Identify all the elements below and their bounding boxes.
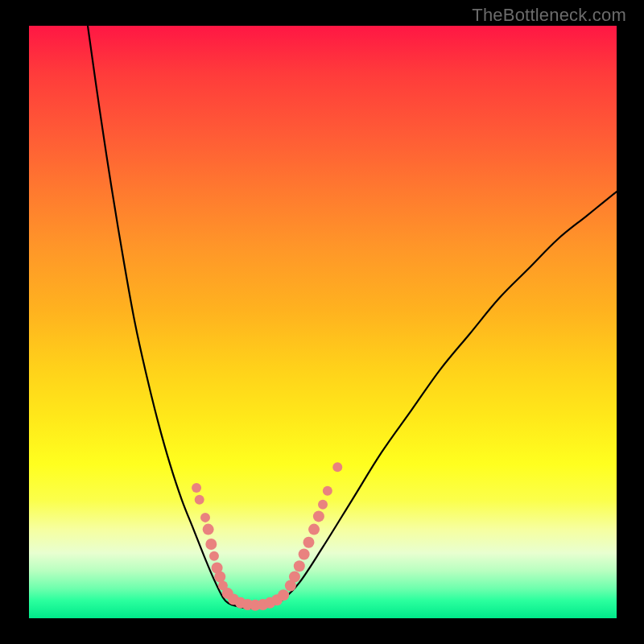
bottleneck-curve bbox=[88, 26, 617, 609]
curve-marker bbox=[205, 539, 217, 550]
curve-marker bbox=[195, 495, 204, 505]
curve-marker bbox=[192, 483, 201, 493]
curve-marker bbox=[323, 486, 332, 496]
curve-marker bbox=[308, 524, 320, 535]
curve-marker bbox=[214, 571, 225, 582]
chart-frame: TheBottleneck.com bbox=[0, 0, 644, 644]
curve-marker bbox=[332, 462, 342, 472]
curve-marker bbox=[289, 571, 300, 582]
curve-markers bbox=[192, 462, 342, 610]
curve-marker bbox=[318, 500, 328, 510]
curve-marker bbox=[303, 537, 314, 548]
curve-marker bbox=[299, 549, 310, 560]
curve-marker bbox=[200, 513, 210, 522]
plot-area bbox=[29, 26, 617, 618]
curve-marker bbox=[278, 589, 289, 601]
curve-marker bbox=[294, 560, 305, 572]
curve-marker bbox=[209, 551, 219, 561]
curve-marker bbox=[203, 524, 214, 535]
chart-svg bbox=[29, 26, 617, 618]
watermark-text: TheBottleneck.com bbox=[472, 5, 626, 26]
curve-marker bbox=[313, 510, 324, 522]
